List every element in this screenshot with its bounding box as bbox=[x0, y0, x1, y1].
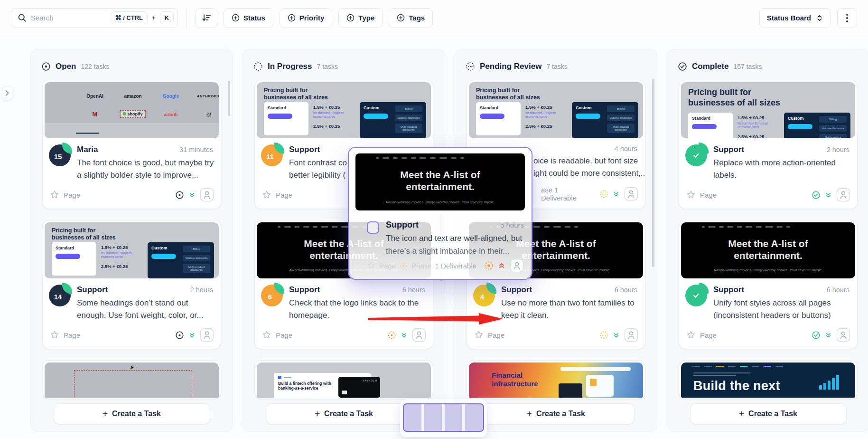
star-icon bbox=[367, 261, 375, 270]
status-in-progress-icon[interactable] bbox=[387, 331, 396, 340]
priority-chevrons-down-icon[interactable] bbox=[188, 191, 196, 199]
status-open-icon[interactable] bbox=[175, 331, 184, 340]
check-icon bbox=[691, 291, 701, 300]
card-type-label: Page bbox=[276, 191, 292, 199]
task-card-partial[interactable]: ➤ bbox=[42, 360, 221, 399]
search-icon bbox=[18, 13, 27, 22]
assignee-button[interactable] bbox=[836, 188, 850, 202]
star-icon[interactable] bbox=[474, 330, 484, 340]
task-card-partial[interactable]: Financial infrastructure bbox=[467, 360, 645, 399]
star-icon[interactable] bbox=[686, 190, 696, 200]
kebab-icon bbox=[846, 14, 848, 22]
card-title: Support bbox=[386, 220, 500, 230]
chevron-right-icon bbox=[5, 90, 9, 96]
task-card[interactable]: Meet the A-list of entertainment. Award-… bbox=[679, 220, 858, 349]
star-icon[interactable] bbox=[262, 330, 271, 340]
card-image-fintech: Build a fintech offering with banking-as… bbox=[257, 363, 431, 398]
plus-circle-icon bbox=[397, 14, 405, 22]
status-pending-review-icon[interactable] bbox=[599, 331, 608, 340]
column-open: Open 122 tasks OpenAI amazon Google ANTH… bbox=[30, 49, 233, 432]
card-type-label: Page bbox=[700, 191, 717, 199]
assignee-button[interactable] bbox=[510, 258, 524, 273]
priority-chevrons-down-icon[interactable] bbox=[612, 331, 620, 339]
filter-tags-label: Tags bbox=[409, 14, 425, 22]
create-task-button[interactable]: +Create a Task bbox=[54, 403, 210, 424]
priority-chevrons-up-icon[interactable] bbox=[497, 261, 506, 270]
drag-ghost-thumbnail bbox=[403, 403, 484, 432]
assignee-button[interactable] bbox=[624, 187, 638, 201]
assignee-button[interactable] bbox=[624, 328, 638, 342]
logo-23: 23 bbox=[206, 112, 211, 116]
column-scrollbar[interactable] bbox=[228, 81, 230, 116]
star-icon[interactable] bbox=[50, 190, 59, 200]
chevron-up-down-icon bbox=[816, 14, 823, 22]
search-input-container[interactable]: ⌘ / CTRL + K bbox=[11, 8, 178, 28]
sidebar-expand-handle[interactable] bbox=[2, 86, 12, 100]
logo-amazon: amazon bbox=[124, 94, 141, 99]
priority-chevrons-down-icon[interactable] bbox=[824, 191, 832, 199]
task-count-badge: 14 bbox=[49, 285, 71, 306]
search-input[interactable] bbox=[31, 14, 106, 22]
task-complete-badge bbox=[685, 144, 707, 166]
card-timestamp: 6 hours bbox=[827, 286, 849, 294]
card-image-pricing: Pricing built for businesses of all size… bbox=[45, 222, 219, 278]
create-task-button[interactable]: +Create a Task bbox=[478, 403, 635, 424]
create-task-button[interactable]: +Create a Task bbox=[690, 403, 847, 424]
card-title: Maria bbox=[77, 145, 179, 154]
card-image-pricing: Pricing built for businesses of all size… bbox=[681, 82, 855, 138]
assignee-button[interactable] bbox=[200, 328, 214, 342]
view-selector-label: Status Board bbox=[767, 14, 811, 22]
assignee-button[interactable] bbox=[836, 328, 850, 342]
status-target-icon[interactable] bbox=[484, 261, 494, 270]
app-canvas: ⌘ / CTRL + K Status Priority Type Tags S… bbox=[0, 0, 868, 439]
priority-chevrons-down-icon[interactable] bbox=[400, 331, 408, 339]
card-timestamp: 5 hours bbox=[500, 221, 524, 229]
create-task-button[interactable]: +Create a Task bbox=[266, 403, 422, 424]
priority-chevrons-down-icon[interactable] bbox=[612, 190, 620, 198]
star-icon[interactable] bbox=[686, 330, 696, 340]
logo-google: Google bbox=[163, 94, 179, 99]
filter-status-button[interactable]: Status bbox=[224, 8, 273, 28]
star-icon[interactable] bbox=[262, 190, 271, 200]
card-title: Support bbox=[501, 285, 615, 295]
task-count-badge: 11 bbox=[261, 144, 283, 166]
view-selector-button[interactable]: Status Board bbox=[759, 8, 831, 28]
assignee-button[interactable] bbox=[412, 328, 426, 342]
card-image-pricing: Pricing built for businesses of all size… bbox=[469, 82, 643, 138]
priority-chevrons-down-icon[interactable] bbox=[824, 331, 832, 339]
shortcut-plus: + bbox=[152, 14, 156, 21]
task-card-partial[interactable]: Build the next bbox=[679, 360, 858, 399]
task-checkbox[interactable] bbox=[367, 221, 379, 234]
column-scrollbar[interactable] bbox=[652, 79, 654, 267]
assignee-button[interactable] bbox=[200, 188, 214, 202]
sort-button[interactable] bbox=[196, 8, 217, 28]
column-open-header: Open 122 tasks bbox=[31, 49, 233, 80]
star-icon[interactable] bbox=[50, 330, 59, 340]
task-card-partial[interactable]: Build a fintech offering with banking-as… bbox=[254, 360, 433, 399]
card-image-entertainment: Meet the A-list of entertainment. Award-… bbox=[681, 222, 855, 278]
task-card[interactable]: OpenAI amazon Google ANTHROPIC M shopify… bbox=[42, 80, 221, 209]
filter-type-button[interactable]: Type bbox=[338, 8, 383, 28]
status-open-icon[interactable] bbox=[175, 191, 184, 200]
card-timestamp: 31 minutes bbox=[179, 146, 213, 153]
status-complete-icon[interactable] bbox=[812, 191, 821, 200]
dragged-task-card[interactable]: Meet the A-list of entertainment. Award-… bbox=[348, 147, 532, 280]
filter-tags-button[interactable]: Tags bbox=[389, 8, 433, 28]
status-complete-icon[interactable] bbox=[812, 331, 821, 340]
card-type-label: Page bbox=[700, 331, 717, 339]
column-in-progress-header: In Progress 7 tasks bbox=[243, 49, 445, 80]
column-count: 122 tasks bbox=[81, 63, 109, 70]
more-menu-button[interactable] bbox=[837, 8, 857, 28]
logo-shopify: shopify bbox=[120, 110, 145, 118]
card-title: Support bbox=[289, 285, 402, 295]
task-card[interactable]: Pricing built for businesses of all size… bbox=[42, 220, 221, 349]
toolbar: ⌘ / CTRL + K Status Priority Type Tags S… bbox=[0, 0, 868, 36]
column-count: 157 tasks bbox=[733, 63, 762, 70]
column-complete: Complete 157 tasks Pricing built for bus… bbox=[667, 49, 868, 432]
shortcut-cmd-badge: ⌘ / CTRL bbox=[111, 11, 148, 24]
task-card[interactable]: Pricing built for businesses of all size… bbox=[679, 80, 858, 209]
card-description: The font choice is good, but maybe trya … bbox=[77, 157, 213, 181]
status-pending-review-icon[interactable] bbox=[599, 190, 608, 199]
filter-priority-button[interactable]: Priority bbox=[280, 8, 333, 28]
priority-chevrons-down-icon[interactable] bbox=[188, 331, 196, 339]
